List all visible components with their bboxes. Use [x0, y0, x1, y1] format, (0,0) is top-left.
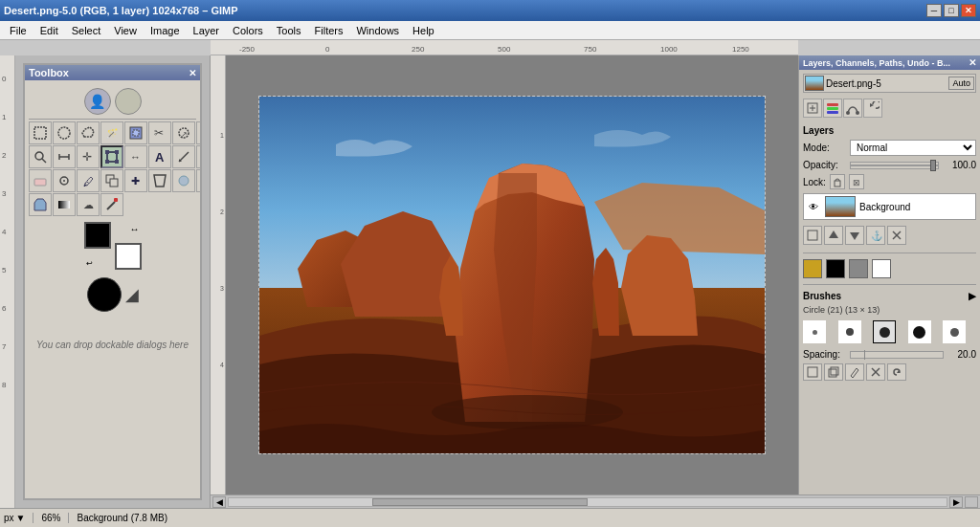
menu-view[interactable]: View [108, 23, 143, 38]
mode-select[interactable]: Normal [850, 140, 976, 156]
panel-title: Layers, Channels, Paths, Undo - B... [803, 58, 950, 68]
toolbox-close-icon[interactable]: ✕ [189, 68, 196, 78]
menu-select[interactable]: Select [66, 23, 107, 38]
panel-swatch-yellow[interactable] [803, 259, 822, 278]
tool-color-picker[interactable] [100, 193, 123, 216]
foreground-color-swatch[interactable] [84, 222, 111, 249]
menu-tools[interactable]: Tools [271, 23, 307, 38]
tool-clone[interactable] [100, 169, 123, 192]
image-selector[interactable]: Desert.png-5 Auto [803, 74, 976, 93]
close-button[interactable]: ✕ [961, 4, 976, 17]
menu-help[interactable]: Help [407, 23, 440, 38]
brush-delete-btn[interactable] [866, 363, 885, 381]
svg-rect-31 [110, 179, 118, 187]
menu-windows[interactable]: Windows [350, 23, 405, 38]
layers-label: Layers [803, 125, 976, 136]
scroll-left-btn[interactable]: ◀ [212, 496, 226, 508]
tool-ellipse-select[interactable] [53, 121, 76, 144]
anchor-layer-button[interactable]: ⚓ [866, 226, 885, 245]
tool-pencil[interactable] [172, 145, 195, 168]
tool-heal[interactable]: ✚ [124, 169, 147, 192]
menu-filters[interactable]: Filters [309, 23, 349, 38]
brushes-expand-icon[interactable]: ▶ [969, 291, 976, 301]
background-color-swatch[interactable] [115, 243, 142, 270]
svg-rect-61 [831, 367, 838, 375]
tool-paths[interactable]: ⟳ [196, 121, 200, 144]
brush-new-btn[interactable] [803, 363, 822, 381]
menu-colors[interactable]: Colors [227, 23, 269, 38]
layer-visibility-icon[interactable]: 👁 [806, 199, 821, 214]
tool-move[interactable]: ✛ [77, 145, 100, 168]
tool-zoom[interactable] [29, 145, 52, 168]
svg-point-9 [35, 152, 43, 160]
tool-flip[interactable]: ↔ [124, 145, 147, 168]
tool-select-by-color[interactable] [124, 121, 147, 144]
tool-transform[interactable] [100, 145, 123, 168]
panel-swatch-gray[interactable] [849, 259, 868, 278]
drop-dockable-area: You can drop dockable dialogs here [29, 316, 196, 373]
panel-swatch-black[interactable] [826, 259, 845, 278]
tool-blur[interactable] [172, 169, 195, 192]
layer-item-background[interactable]: 👁 Background [803, 193, 976, 220]
tool-dodge[interactable] [196, 169, 200, 192]
auto-button[interactable]: Auto [948, 77, 974, 90]
tool-ink[interactable]: 🖊 [77, 169, 100, 192]
brush-duplicate-btn[interactable] [824, 363, 843, 381]
scroll-right-btn[interactable]: ▶ [949, 496, 963, 508]
spacing-slider[interactable] [850, 351, 944, 359]
reset-colors-icon[interactable]: ↩ [86, 259, 93, 268]
tool-paintbrush[interactable] [196, 145, 200, 168]
swap-colors-icon[interactable]: ↔ [130, 224, 140, 234]
lock-draw-icon[interactable]: ⊠ [849, 174, 864, 189]
brush-item-5[interactable] [943, 320, 966, 343]
tool-bucket-fill[interactable] [29, 193, 52, 216]
menu-edit[interactable]: Edit [34, 23, 64, 38]
lock-alpha-icon[interactable] [830, 174, 845, 189]
canvas-area[interactable] [226, 55, 798, 494]
opacity-row: Opacity: 100.0 [803, 160, 976, 170]
tool-foreground-select[interactable]: ↗ [172, 121, 195, 144]
delete-layer-button[interactable] [887, 226, 906, 245]
tool-free-select[interactable] [77, 121, 100, 144]
brush-item-1[interactable] [803, 320, 826, 343]
menu-file[interactable]: File [4, 23, 33, 38]
panel-swatch-white[interactable] [872, 259, 891, 278]
tool-text[interactable]: A [148, 145, 171, 168]
unit-dropdown-icon[interactable]: ▼ [16, 513, 26, 523]
brush-refresh-btn[interactable] [887, 363, 906, 381]
avatar-2 [115, 88, 142, 115]
brush-item-4[interactable] [908, 320, 931, 343]
minimize-button[interactable]: ─ [926, 4, 942, 17]
tool-blend[interactable] [53, 193, 76, 216]
layer-thumbnail [825, 196, 856, 217]
tool-rect-select[interactable] [29, 121, 52, 144]
maximize-button[interactable]: □ [944, 4, 959, 17]
brush-item-3[interactable] [873, 320, 896, 343]
tool-perspective[interactable] [148, 169, 171, 192]
unit-selector[interactable]: px ▼ [4, 513, 33, 523]
horizontal-scrollbar[interactable]: ◀ ▶ [211, 494, 980, 508]
tool-measure[interactable] [53, 145, 76, 168]
tool-smudge[interactable]: ☁ [77, 193, 100, 216]
tool-scissors-select[interactable]: ✂ [148, 121, 171, 144]
brush-edit-btn[interactable] [845, 363, 864, 381]
scrollbar-thumb-h[interactable] [372, 498, 588, 506]
raise-layer-button[interactable] [824, 226, 843, 245]
opacity-slider[interactable] [850, 162, 939, 169]
tool-airbrush[interactable] [53, 169, 76, 192]
tool-fuzzy-select[interactable]: 🪄 [100, 121, 123, 144]
menu-image[interactable]: Image [145, 23, 186, 38]
new-layer-button[interactable] [803, 226, 822, 245]
lower-layer-button[interactable] [845, 226, 864, 245]
panel-new-layer-icon[interactable] [803, 99, 822, 118]
panel-channels-icon[interactable] [823, 99, 842, 118]
panel-close-icon[interactable]: ✕ [969, 57, 976, 68]
tool-eraser[interactable] [29, 169, 52, 192]
panel-paths-icon[interactable] [843, 99, 862, 118]
scrollbar-track-h[interactable] [228, 497, 947, 507]
lock-label: Lock: [803, 177, 826, 187]
svg-rect-0 [34, 127, 46, 139]
brush-item-2[interactable] [838, 320, 861, 343]
panel-undo-icon[interactable] [863, 99, 882, 118]
menu-layer[interactable]: Layer [188, 23, 226, 38]
